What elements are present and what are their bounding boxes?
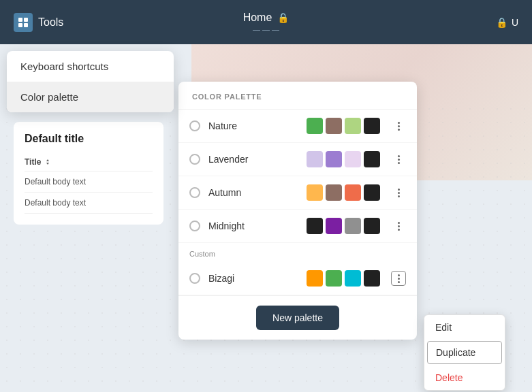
color-swatch-autumn-2	[326, 184, 342, 201]
palette-more-btn-midnight[interactable]	[391, 218, 406, 233]
palette-footer: New palette	[178, 295, 417, 340]
palette-item-lavender[interactable]: Lavender	[178, 143, 417, 176]
color-swatch-lavender-2	[326, 151, 342, 167]
context-menu-edit[interactable]: Edit	[424, 315, 505, 340]
table-row: Default body text	[25, 172, 153, 193]
new-palette-button[interactable]: New palette	[256, 306, 339, 330]
table-header-label: Title	[25, 157, 52, 167]
palette-name-autumn: Autumn	[208, 187, 298, 198]
row-label-1: Default body text	[25, 177, 86, 186]
palette-item-nature[interactable]: Nature	[178, 110, 417, 143]
content-card: Default title Title Default body text De…	[14, 122, 163, 225]
palette-item-autumn[interactable]: Autumn	[178, 176, 417, 210]
row-label-2: Default body text	[25, 198, 86, 208]
topbar-user-label: U	[512, 17, 518, 28]
color-swatch-lavender-4	[364, 151, 380, 167]
lock-icon: 🔒	[277, 12, 289, 23]
palette-item-bizagi[interactable]: Bizagi	[178, 262, 417, 295]
color-swatch-nature-4	[364, 118, 380, 134]
table-row: Default body text	[25, 193, 153, 214]
palette-colors-lavender	[307, 151, 380, 167]
custom-section-label: Custom	[178, 243, 417, 262]
palette-list: Nature Lavender	[178, 110, 417, 295]
palette-colors-autumn	[307, 184, 380, 201]
color-swatch-bizagi-1	[307, 270, 323, 287]
palette-radio-autumn[interactable]	[189, 187, 200, 198]
topbar: Tools Home 🔒 — — — 🔒 U	[0, 0, 532, 44]
palette-panel-header: COLOR PALETTE	[178, 82, 417, 110]
color-swatch-lavender-1	[307, 151, 323, 167]
svg-rect-3	[24, 23, 28, 27]
topbar-logo[interactable]: Tools	[14, 13, 63, 32]
palette-more-btn-lavender[interactable]	[391, 152, 406, 167]
palette-radio-bizagi[interactable]	[189, 273, 200, 284]
color-palette-panel: COLOR PALETTE Nature Lavender	[178, 82, 417, 340]
palette-radio-nature[interactable]	[189, 120, 200, 131]
topbar-home-title: Home 🔒	[243, 12, 290, 24]
color-swatch-midnight-4	[364, 218, 380, 234]
color-swatch-lavender-3	[345, 151, 361, 167]
table-header: Title	[25, 153, 153, 172]
context-menu-delete[interactable]: Delete	[424, 365, 505, 390]
palette-more-btn-nature[interactable]	[391, 118, 406, 133]
dropdown-item-color-palette[interactable]: Color palette	[7, 82, 174, 112]
color-swatch-bizagi-2	[326, 270, 342, 287]
card-title: Default title	[25, 133, 153, 145]
palette-name-midnight: Midnight	[208, 220, 298, 231]
topbar-right: 🔒 U	[496, 17, 518, 28]
palette-name-nature: Nature	[208, 120, 298, 131]
tools-icon	[14, 13, 33, 32]
topbar-lock-icon: 🔒	[496, 17, 507, 28]
palette-more-btn-autumn[interactable]	[391, 185, 406, 200]
context-menu: Edit Duplicate Delete	[424, 314, 505, 391]
color-swatch-autumn-4	[364, 184, 380, 201]
dropdown-menu: Keyboard shortcuts Color palette	[7, 51, 174, 112]
color-swatch-nature-1	[307, 118, 323, 134]
palette-radio-midnight[interactable]	[189, 220, 200, 231]
color-swatch-nature-3	[345, 118, 361, 134]
color-swatch-autumn-1	[307, 184, 323, 201]
palette-colors-nature	[307, 118, 380, 134]
svg-rect-2	[18, 23, 22, 27]
color-swatch-autumn-3	[345, 184, 361, 201]
color-swatch-nature-2	[326, 118, 342, 134]
home-label: Home	[243, 12, 272, 24]
svg-rect-1	[24, 18, 28, 22]
palette-name-bizagi: Bizagi	[208, 273, 298, 284]
color-swatch-bizagi-4	[364, 270, 380, 287]
topbar-center: Home 🔒 — — —	[243, 12, 290, 33]
palette-colors-midnight	[307, 218, 380, 234]
svg-rect-0	[18, 18, 22, 22]
palette-radio-lavender[interactable]	[189, 154, 200, 165]
dropdown-item-keyboard-shortcuts[interactable]: Keyboard shortcuts	[7, 51, 174, 82]
color-swatch-bizagi-3	[345, 270, 361, 287]
color-swatch-midnight-2	[326, 218, 342, 234]
palette-item-midnight[interactable]: Midnight	[178, 210, 417, 243]
topbar-tools-label: Tools	[38, 16, 63, 29]
context-menu-duplicate[interactable]: Duplicate	[427, 341, 502, 364]
topbar-subtitle: — — —	[243, 25, 290, 33]
palette-colors-bizagi	[307, 270, 380, 287]
color-swatch-midnight-1	[307, 218, 323, 234]
palette-more-btn-bizagi[interactable]	[391, 271, 406, 286]
palette-name-lavender: Lavender	[208, 154, 298, 165]
color-swatch-midnight-3	[345, 218, 361, 234]
